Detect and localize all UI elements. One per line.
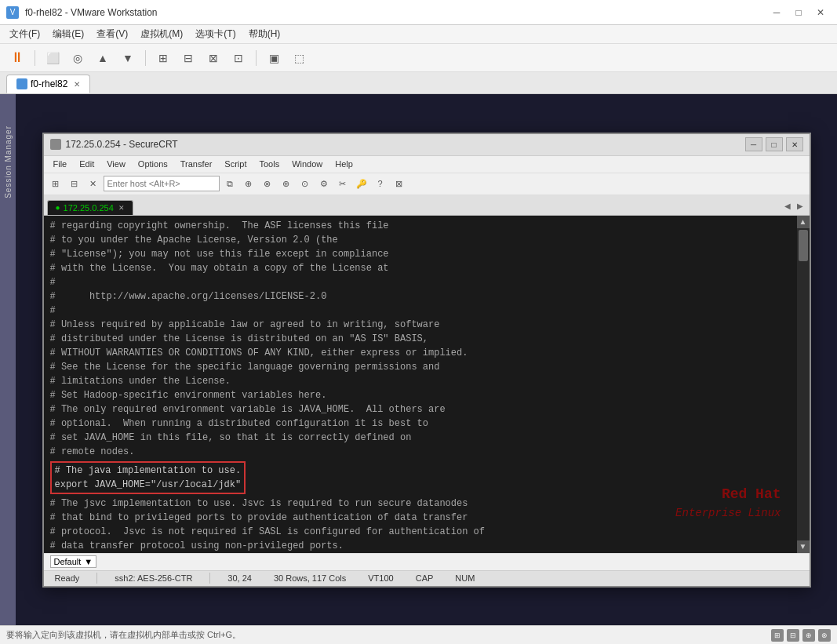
scrt-tb-help[interactable]: ? bbox=[372, 175, 389, 192]
toolbar-btn-9[interactable]: ⊡ bbox=[227, 48, 249, 68]
scrt-menu-script[interactable]: Script bbox=[218, 158, 253, 170]
securecrt-session-bar: Default ▼ bbox=[44, 553, 810, 570]
menu-bar: 文件(F) 编辑(E) 查看(V) 虚拟机(M) 选项卡(T) 帮助(H) bbox=[0, 25, 837, 44]
toolbar-btn-7[interactable]: ⊟ bbox=[177, 48, 199, 68]
status-position: 30, 24 bbox=[223, 573, 257, 583]
securecrt-tab-active[interactable]: ● 172.25.0.254 ✕ bbox=[47, 200, 133, 215]
toolbar-btn-11[interactable]: ⬚ bbox=[288, 48, 310, 68]
toolbar-btn-2[interactable]: ⬜ bbox=[42, 48, 64, 68]
menu-edit[interactable]: 编辑(E) bbox=[46, 26, 90, 42]
status-icon-3: ⊕ bbox=[802, 629, 815, 642]
scrt-menu-edit[interactable]: Edit bbox=[73, 158, 100, 170]
terminal-area: # regarding copyright ownership. The ASF… bbox=[44, 216, 810, 553]
host-input[interactable] bbox=[104, 176, 220, 191]
term-after-3: # protocol. Jsvc is not required if SASL… bbox=[50, 525, 791, 539]
scrt-tb-key-icon[interactable]: 🔑 bbox=[353, 175, 370, 192]
menu-help[interactable]: 帮助(H) bbox=[242, 26, 287, 42]
scrt-tb-btn12[interactable]: ⊠ bbox=[391, 175, 408, 192]
scrt-tb-btn10[interactable]: ✂ bbox=[334, 175, 351, 192]
scrt-menu-file[interactable]: File bbox=[47, 158, 74, 170]
vmware-status-icons: ⊞ ⊟ ⊕ ⊗ bbox=[771, 629, 831, 642]
toolbar-btn-4[interactable]: ▲ bbox=[92, 48, 114, 68]
tab-prev-button[interactable]: ◀ bbox=[781, 198, 794, 215]
term-line-4: # with the License. You may obtain a cop… bbox=[50, 261, 791, 275]
toolbar-btn-6[interactable]: ⊞ bbox=[152, 48, 174, 68]
main-content: Session Manager 172.25.0.254 - SecureCRT… bbox=[0, 94, 837, 625]
redhat-line2: Enterprise Linux bbox=[675, 505, 781, 522]
scrt-menu-options[interactable]: Options bbox=[132, 158, 174, 170]
term-line-9: # distributed under the License is distr… bbox=[50, 332, 791, 346]
securecrt-title-text: 172.25.0.254 - SecureCRT bbox=[66, 139, 178, 150]
minimize-button[interactable]: ─ bbox=[766, 5, 787, 20]
toolbar-btn-3[interactable]: ◎ bbox=[67, 48, 89, 68]
scrt-tb-btn8[interactable]: ⊙ bbox=[297, 175, 314, 192]
highlight-line-2: export JAVA_HOME="/usr/local/jdk" bbox=[55, 478, 242, 492]
scrt-tb-btn7[interactable]: ⊕ bbox=[278, 175, 295, 192]
scrt-menu-window[interactable]: Window bbox=[286, 158, 329, 170]
securecrt-status-bar: Ready ssh2: AES-256-CTR 30, 24 30 Rows, … bbox=[44, 570, 810, 586]
status-sep-2 bbox=[209, 573, 210, 584]
session-dropdown[interactable]: Default ▼ bbox=[50, 555, 97, 568]
securecrt-title-bar: 172.25.0.254 - SecureCRT ─ □ ✕ bbox=[44, 134, 810, 156]
menu-view[interactable]: 查看(V) bbox=[90, 26, 134, 42]
menu-file[interactable]: 文件(F) bbox=[3, 26, 46, 42]
securecrt-tab-label: 172.25.0.254 bbox=[64, 203, 114, 213]
scrt-tb-btn6[interactable]: ⊗ bbox=[259, 175, 276, 192]
scroll-down-button[interactable]: ▼ bbox=[797, 540, 810, 553]
vmware-status-message: 要将输入定向到该虚拟机，请在虚拟机内部单击或按 Ctrl+G。 bbox=[6, 629, 771, 641]
term-line-16: # The only required environment variable… bbox=[50, 402, 791, 417]
scrt-tb-btn9[interactable]: ⚙ bbox=[315, 175, 333, 192]
maximize-button[interactable]: □ bbox=[788, 5, 809, 20]
redhat-line1: Red Hat bbox=[675, 484, 781, 505]
title-bar-controls: ─ □ ✕ bbox=[766, 5, 831, 20]
tab-next-button[interactable]: ▶ bbox=[794, 198, 806, 215]
tab-nav-buttons: ◀ ▶ bbox=[781, 198, 806, 215]
scrt-menu-tools[interactable]: Tools bbox=[253, 158, 286, 170]
vm-tab-bar: f0-rhel82 ✕ bbox=[0, 72, 837, 94]
toolbar-btn-5[interactable]: ▼ bbox=[117, 48, 139, 68]
status-icon-4: ⊗ bbox=[818, 629, 831, 642]
title-bar-left: V f0-rhel82 - VMware Workstation bbox=[6, 6, 158, 19]
securecrt-controls: ─ □ ✕ bbox=[745, 137, 803, 151]
toolbar-btn-8[interactable]: ⊠ bbox=[202, 48, 224, 68]
securecrt-close[interactable]: ✕ bbox=[786, 137, 803, 151]
scrt-menu-view[interactable]: View bbox=[100, 158, 132, 170]
close-button[interactable]: ✕ bbox=[810, 5, 831, 20]
scrt-tb-btn1[interactable]: ⊞ bbox=[47, 175, 64, 192]
vm-tab-f0[interactable]: f0-rhel82 ✕ bbox=[6, 75, 90, 93]
toolbar-sep-3 bbox=[256, 50, 257, 66]
scroll-thumb[interactable] bbox=[799, 230, 808, 261]
term-line-3: # "License"); you may not use this file … bbox=[50, 247, 791, 261]
term-line-10: # WITHOUT WARRANTIES OR CONDITIONS OF AN… bbox=[50, 346, 791, 360]
securecrt-title-left: 172.25.0.254 - SecureCRT bbox=[50, 139, 178, 150]
scrt-tb-btn3[interactable]: ✕ bbox=[85, 175, 102, 192]
scrt-tb-btn2[interactable]: ⊟ bbox=[66, 175, 83, 192]
securecrt-tab-bar: ● 172.25.0.254 ✕ ◀ ▶ bbox=[44, 195, 810, 216]
securecrt-maximize[interactable]: □ bbox=[766, 137, 783, 151]
toolbar-btn-10[interactable]: ▣ bbox=[263, 48, 285, 68]
vm-tab-close[interactable]: ✕ bbox=[74, 80, 80, 89]
securecrt-window: 172.25.0.254 - SecureCRT ─ □ ✕ File Edit… bbox=[42, 133, 811, 588]
scrt-tb-paste[interactable]: ⊕ bbox=[240, 175, 257, 192]
tab-dot-icon: ● bbox=[56, 203, 60, 212]
securecrt-tab-close[interactable]: ✕ bbox=[118, 204, 125, 212]
securecrt-minimize[interactable]: ─ bbox=[745, 137, 762, 151]
vm-tab-label: f0-rhel82 bbox=[31, 78, 67, 89]
pause-button[interactable]: ⏸ bbox=[6, 48, 28, 68]
scrt-menu-transfer[interactable]: Transfer bbox=[174, 158, 219, 170]
terminal-content[interactable]: # regarding copyright ownership. The ASF… bbox=[44, 216, 797, 553]
session-manager-label: Session Manager bbox=[4, 126, 13, 198]
scroll-up-button[interactable]: ▲ bbox=[797, 216, 810, 228]
term-line-11: # See the License for the specific langu… bbox=[50, 360, 791, 374]
menu-vm[interactable]: 虚拟机(M) bbox=[134, 26, 189, 42]
term-line-18: # set JAVA_HOME in this file, so that it… bbox=[50, 431, 791, 445]
term-line-1: # regarding copyright ownership. The ASF… bbox=[50, 219, 791, 233]
highlighted-code-block: # The java implementation to use. export… bbox=[50, 461, 246, 494]
highlight-line-1: # The java implementation to use. bbox=[55, 464, 242, 478]
scrt-tb-copy[interactable]: ⧉ bbox=[221, 175, 238, 192]
terminal-scrollbar[interactable]: ▲ ▼ bbox=[797, 216, 810, 553]
session-sidebar: Session Manager bbox=[0, 94, 16, 625]
scrt-menu-help[interactable]: Help bbox=[329, 158, 359, 170]
vm-display[interactable]: 172.25.0.254 - SecureCRT ─ □ ✕ File Edit… bbox=[16, 94, 837, 625]
menu-tabs[interactable]: 选项卡(T) bbox=[189, 26, 242, 42]
